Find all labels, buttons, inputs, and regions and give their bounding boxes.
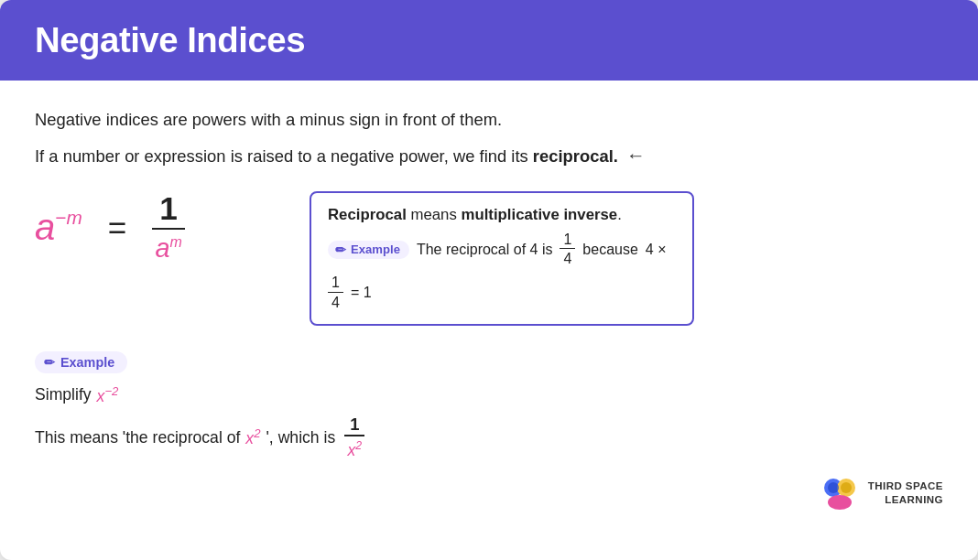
info-fraction-2: 1 4: [328, 275, 343, 311]
page-title: Negative Indices: [35, 20, 943, 60]
page-header: Negative Indices: [0, 0, 978, 81]
svg-point-3: [828, 482, 839, 493]
simplify-expr: x−2: [97, 384, 119, 406]
means-expr: x2: [245, 426, 260, 448]
formula-block: a−m = 1 am: [35, 191, 255, 264]
logo-text-block: THIRD SPACE LEARNING: [868, 479, 943, 507]
info-example-eq: 4 ×: [646, 242, 667, 258]
example-section: ✏ Example Simplify x−2 This means 'the r…: [35, 351, 943, 460]
svg-point-2: [828, 495, 852, 510]
formula-den-exp: m: [169, 235, 181, 251]
info-box-title: Reciprocal means multiplicative inverse.: [328, 206, 676, 224]
formula-exponent: −m: [55, 207, 82, 229]
logo-brand2: LEARNING: [868, 493, 943, 507]
formula-base: a: [35, 207, 55, 248]
info-example-label: Example: [351, 242, 400, 256]
info-example-text-mid: because: [582, 242, 638, 258]
means-frac-den: x2: [348, 436, 363, 460]
main-section: a−m = 1 am Reciprocal means multiplicati…: [35, 191, 943, 326]
logo-brand: THIRD SPACE: [868, 479, 943, 493]
example-badge-label: Example: [60, 355, 114, 370]
svg-point-4: [841, 482, 852, 493]
arrow-indicator: ←: [626, 145, 646, 166]
logo-area: THIRD SPACE LEARNING: [35, 477, 943, 510]
means-text-end: ', which is: [266, 428, 336, 447]
info-frac1-num: 1: [560, 232, 575, 250]
info-title-mult: multiplicative inverse: [462, 206, 618, 223]
main-card: Negative Indices Negative indices are po…: [0, 0, 978, 560]
intro-line2: If a number or expression is raised to a…: [35, 140, 943, 170]
info-frac2-den: 4: [331, 293, 340, 311]
intro-line2-start: If a number or expression is raised to a…: [35, 146, 533, 166]
info-box: Reciprocal means multiplicative inverse.…: [310, 191, 694, 326]
formula-denominator: am: [155, 230, 181, 264]
intro-line1: Negative indices are powers with a minus…: [35, 106, 943, 133]
means-frac-num: 1: [344, 415, 364, 436]
means-exp: 2: [254, 426, 260, 440]
info-example-text-start: The reciprocal of 4 is: [417, 242, 553, 258]
info-title-suffix: means: [407, 206, 462, 223]
formula-fraction: 1 am: [152, 191, 185, 264]
info-frac1-den: 4: [563, 249, 571, 267]
simplify-exp: −2: [104, 384, 118, 398]
example-badge: ✏ Example: [35, 351, 127, 373]
formula-lhs: a−m: [35, 207, 82, 248]
means-fraction: 1 x2: [344, 415, 364, 460]
formula-den-base: a: [155, 233, 169, 263]
content-area: Negative indices are powers with a minus…: [0, 81, 978, 535]
info-example-tag: ✏ Example: [328, 241, 409, 259]
example-simplify-line: Simplify x−2: [35, 384, 943, 406]
means-line: This means 'the reciprocal of x2 ', whic…: [35, 415, 943, 460]
info-title-bold: Reciprocal: [328, 206, 407, 223]
info-box-example: ✏ Example The reciprocal of 4 is 1 4 bec…: [328, 232, 676, 311]
means-frac-den-exp: 2: [355, 439, 362, 452]
formula-equals: =: [108, 210, 127, 246]
pencil-icon: ✏: [335, 242, 346, 257]
info-frac2-num: 1: [328, 275, 343, 293]
intro-line2-bold: reciprocal.: [533, 146, 618, 166]
simplify-label: Simplify: [35, 385, 92, 404]
tsl-logo-icon: [819, 477, 859, 510]
example-badge-pencil: ✏: [44, 355, 55, 370]
formula-numerator: 1: [152, 191, 185, 231]
info-title-end: .: [617, 206, 622, 223]
means-text-start: This means 'the reciprocal of: [35, 428, 240, 447]
info-example-eq2: = 1: [351, 285, 372, 301]
info-fraction-1: 1 4: [560, 232, 575, 268]
